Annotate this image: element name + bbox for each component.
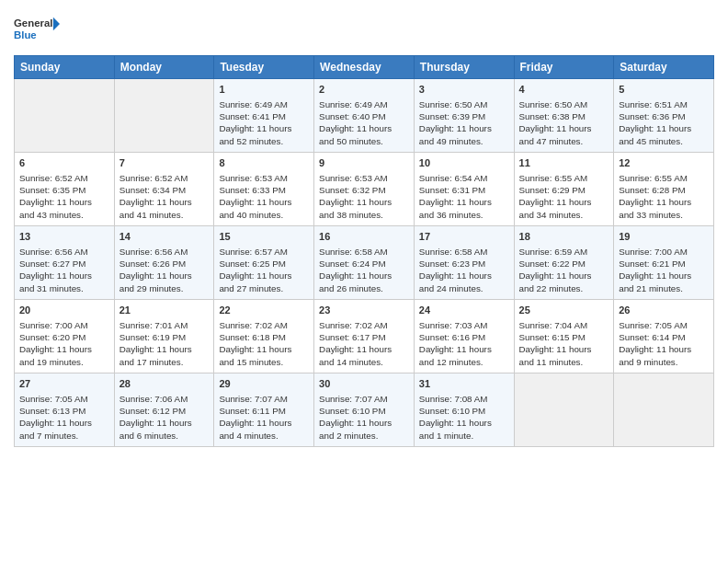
day-number: 29 (219, 377, 309, 391)
day-number: 19 (619, 230, 709, 244)
day-number: 18 (519, 230, 609, 244)
calendar-cell (114, 79, 214, 153)
day-number: 26 (619, 304, 709, 317)
day-number: 13 (19, 230, 109, 244)
calendar-cell: 22Sunrise: 7:02 AMSunset: 6:18 PMDayligh… (214, 300, 314, 373)
calendar-cell: 23Sunrise: 7:02 AMSunset: 6:17 PMDayligh… (314, 300, 415, 373)
day-number: 15 (219, 230, 309, 244)
calendar-cell: 9Sunrise: 6:53 AMSunset: 6:32 PMDaylight… (314, 153, 415, 226)
day-info: Sunrise: 7:02 AMSunset: 6:17 PMDaylight:… (319, 319, 409, 368)
day-info: Sunrise: 7:05 AMSunset: 6:14 PMDaylight:… (619, 319, 709, 368)
svg-marker-2 (53, 17, 60, 30)
day-number: 2 (319, 83, 409, 97)
day-number: 8 (219, 156, 309, 170)
day-number: 20 (19, 304, 109, 317)
day-info: Sunrise: 7:08 AMSunset: 6:10 PMDaylight:… (419, 393, 509, 442)
calendar-cell: 24Sunrise: 7:03 AMSunset: 6:16 PMDayligh… (414, 300, 514, 373)
header-cell-tuesday: Tuesday (214, 56, 314, 79)
day-info: Sunrise: 7:00 AMSunset: 6:21 PMDaylight:… (619, 246, 709, 294)
day-info: Sunrise: 7:05 AMSunset: 6:13 PMDaylight:… (19, 393, 109, 442)
day-info: Sunrise: 7:07 AMSunset: 6:11 PMDaylight:… (219, 393, 309, 442)
day-number: 22 (219, 304, 309, 317)
calendar-cell: 21Sunrise: 7:01 AMSunset: 6:19 PMDayligh… (114, 300, 214, 373)
calendar-cell: 15Sunrise: 6:57 AMSunset: 6:25 PMDayligh… (214, 226, 314, 300)
day-info: Sunrise: 7:01 AMSunset: 6:19 PMDaylight:… (119, 319, 210, 368)
calendar-cell (614, 373, 714, 447)
header-cell-thursday: Thursday (414, 56, 514, 79)
calendar-cell: 7Sunrise: 6:52 AMSunset: 6:34 PMDaylight… (114, 153, 214, 226)
day-number: 28 (119, 377, 210, 391)
calendar-cell: 5Sunrise: 6:51 AMSunset: 6:36 PMDaylight… (614, 79, 714, 153)
calendar-cell (15, 79, 115, 153)
day-number: 16 (319, 230, 409, 244)
logo-svg: General Blue (14, 9, 60, 48)
header-cell-sunday: Sunday (15, 56, 115, 79)
day-number: 6 (19, 156, 109, 170)
day-info: Sunrise: 6:53 AMSunset: 6:33 PMDaylight:… (219, 172, 309, 221)
calendar-cell: 14Sunrise: 6:56 AMSunset: 6:26 PMDayligh… (114, 226, 214, 300)
header: General Blue (14, 9, 714, 48)
logo: General Blue (14, 9, 60, 48)
calendar-cell: 13Sunrise: 6:56 AMSunset: 6:27 PMDayligh… (15, 226, 115, 300)
day-info: Sunrise: 6:50 AMSunset: 6:39 PMDaylight:… (419, 98, 509, 147)
week-row-4: 20Sunrise: 7:00 AMSunset: 6:20 PMDayligh… (15, 300, 714, 373)
day-info: Sunrise: 7:07 AMSunset: 6:10 PMDaylight:… (319, 393, 409, 442)
day-number: 9 (319, 156, 409, 170)
day-number: 27 (19, 377, 109, 391)
day-number: 30 (319, 377, 409, 391)
day-info: Sunrise: 6:51 AMSunset: 6:36 PMDaylight:… (619, 98, 709, 147)
day-number: 10 (419, 156, 509, 170)
calendar-cell: 18Sunrise: 6:59 AMSunset: 6:22 PMDayligh… (514, 226, 614, 300)
day-info: Sunrise: 6:49 AMSunset: 6:41 PMDaylight:… (219, 98, 309, 147)
day-info: Sunrise: 6:58 AMSunset: 6:24 PMDaylight:… (319, 246, 409, 294)
day-info: Sunrise: 6:54 AMSunset: 6:31 PMDaylight:… (419, 172, 509, 221)
day-number: 5 (619, 83, 709, 97)
calendar-cell: 20Sunrise: 7:00 AMSunset: 6:20 PMDayligh… (15, 300, 115, 373)
calendar-cell: 25Sunrise: 7:04 AMSunset: 6:15 PMDayligh… (514, 300, 614, 373)
day-info: Sunrise: 6:52 AMSunset: 6:35 PMDaylight:… (19, 172, 109, 221)
calendar-cell: 28Sunrise: 7:06 AMSunset: 6:12 PMDayligh… (114, 373, 214, 447)
day-info: Sunrise: 6:56 AMSunset: 6:27 PMDaylight:… (19, 246, 109, 294)
calendar-cell: 27Sunrise: 7:05 AMSunset: 6:13 PMDayligh… (15, 373, 115, 447)
week-row-2: 6Sunrise: 6:52 AMSunset: 6:35 PMDaylight… (15, 153, 714, 226)
header-cell-saturday: Saturday (614, 56, 714, 79)
calendar-cell: 17Sunrise: 6:58 AMSunset: 6:23 PMDayligh… (414, 226, 514, 300)
calendar-cell: 6Sunrise: 6:52 AMSunset: 6:35 PMDaylight… (15, 153, 115, 226)
day-info: Sunrise: 7:03 AMSunset: 6:16 PMDaylight:… (419, 319, 509, 368)
header-cell-wednesday: Wednesday (314, 56, 415, 79)
day-info: Sunrise: 7:04 AMSunset: 6:15 PMDaylight:… (519, 319, 609, 368)
day-info: Sunrise: 6:59 AMSunset: 6:22 PMDaylight:… (519, 246, 609, 294)
calendar-cell: 8Sunrise: 6:53 AMSunset: 6:33 PMDaylight… (214, 153, 314, 226)
day-number: 11 (519, 156, 609, 170)
calendar-cell: 2Sunrise: 6:49 AMSunset: 6:40 PMDaylight… (314, 79, 415, 153)
svg-text:Blue: Blue (14, 29, 37, 40)
calendar-cell: 11Sunrise: 6:55 AMSunset: 6:29 PMDayligh… (514, 153, 614, 226)
day-number: 31 (419, 377, 509, 391)
day-number: 3 (419, 83, 509, 97)
day-info: Sunrise: 6:55 AMSunset: 6:28 PMDaylight:… (619, 172, 709, 221)
day-info: Sunrise: 6:49 AMSunset: 6:40 PMDaylight:… (319, 98, 409, 147)
day-number: 12 (619, 156, 709, 170)
header-cell-friday: Friday (514, 56, 614, 79)
day-info: Sunrise: 6:57 AMSunset: 6:25 PMDaylight:… (219, 246, 309, 294)
calendar-cell: 16Sunrise: 6:58 AMSunset: 6:24 PMDayligh… (314, 226, 415, 300)
day-number: 24 (419, 304, 509, 317)
day-info: Sunrise: 6:50 AMSunset: 6:38 PMDaylight:… (519, 98, 609, 147)
calendar-cell: 30Sunrise: 7:07 AMSunset: 6:10 PMDayligh… (314, 373, 415, 447)
day-info: Sunrise: 7:02 AMSunset: 6:18 PMDaylight:… (219, 319, 309, 368)
svg-text:General: General (14, 17, 52, 29)
day-info: Sunrise: 7:06 AMSunset: 6:12 PMDaylight:… (119, 393, 210, 442)
week-row-5: 27Sunrise: 7:05 AMSunset: 6:13 PMDayligh… (15, 373, 714, 447)
day-info: Sunrise: 6:56 AMSunset: 6:26 PMDaylight:… (119, 246, 210, 294)
calendar-cell: 12Sunrise: 6:55 AMSunset: 6:28 PMDayligh… (614, 153, 714, 226)
day-number: 21 (119, 304, 210, 317)
calendar-cell: 26Sunrise: 7:05 AMSunset: 6:14 PMDayligh… (614, 300, 714, 373)
header-cell-monday: Monday (114, 56, 214, 79)
day-number: 17 (419, 230, 509, 244)
day-number: 25 (519, 304, 609, 317)
week-row-1: 1Sunrise: 6:49 AMSunset: 6:41 PMDaylight… (15, 79, 714, 153)
calendar-cell: 1Sunrise: 6:49 AMSunset: 6:41 PMDaylight… (214, 79, 314, 153)
calendar-cell: 10Sunrise: 6:54 AMSunset: 6:31 PMDayligh… (414, 153, 514, 226)
page: General Blue SundayMondayTuesdayWednesda… (0, 0, 728, 563)
day-info: Sunrise: 6:58 AMSunset: 6:23 PMDaylight:… (419, 246, 509, 294)
